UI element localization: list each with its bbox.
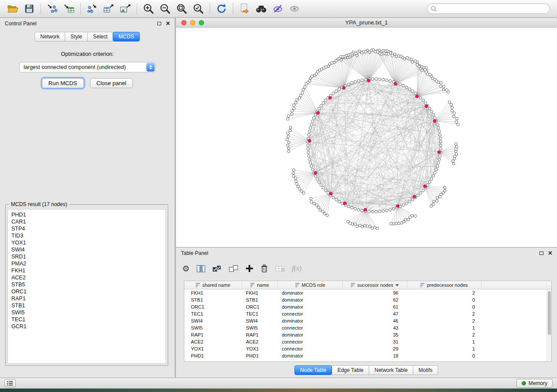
zoom-in-button[interactable] <box>140 2 157 16</box>
cell-mcds-role: connector <box>278 311 343 316</box>
mcds-result-item[interactable]: STB5 <box>8 281 166 288</box>
table-row[interactable]: YOX1 YOX1 connector 29 1 <box>184 345 551 352</box>
mcds-result-item[interactable]: RAP1 <box>8 295 166 302</box>
table-row[interactable]: TEC1 TEC1 connector 47 2 <box>184 310 551 317</box>
cell-name: SWI4 <box>242 318 278 323</box>
control-panel-tab[interactable]: Select <box>87 32 113 41</box>
criterion-dropdown[interactable]: largest connected component (undirected) <box>19 62 156 72</box>
cell-successor-nodes: 35 <box>343 332 407 337</box>
show-hide-button[interactable] <box>286 2 303 16</box>
cell-predecessor-nodes: 2 <box>407 318 481 323</box>
table-row[interactable]: FKH1 FKH1 dominator 96 2 <box>184 289 551 296</box>
deselect-all-button[interactable] <box>229 265 239 272</box>
mcds-result-item[interactable]: PMA2 <box>8 260 166 267</box>
import-table-button[interactable] <box>61 2 77 16</box>
mcds-result-item[interactable]: TID3 <box>8 232 166 239</box>
maximize-window-button[interactable] <box>199 20 204 25</box>
export-image-button[interactable] <box>117 2 134 16</box>
cell-predecessor-nodes: 0 <box>407 353 481 358</box>
table-row[interactable]: SWI4 SWI4 dominator 46 2 <box>184 317 551 324</box>
table-row[interactable]: PHD1 PHD1 dominator 18 0 <box>184 352 551 359</box>
mcds-result-item[interactable]: ACE2 <box>8 274 166 281</box>
table-row[interactable]: STB1 STB1 dominator 62 0 <box>184 296 551 303</box>
search-field[interactable] <box>427 3 550 14</box>
float-window-button[interactable] <box>157 22 161 25</box>
deselect-all-icon <box>229 265 239 272</box>
table-settings-button[interactable]: ⚙ <box>182 265 190 273</box>
memory-button[interactable]: Memory <box>516 379 553 388</box>
table-panel-tab[interactable]: Network Table <box>369 365 413 375</box>
network-canvas[interactable] <box>176 28 557 247</box>
column-header-label: shared name <box>202 282 230 288</box>
close-window-button[interactable] <box>181 20 187 25</box>
mcds-result-item[interactable]: SRD1 <box>8 253 166 260</box>
column-header[interactable]: successor nodes <box>343 281 407 289</box>
table-panel-tab[interactable]: Node Table <box>294 365 332 375</box>
mcds-result-item[interactable]: SWI5 <box>8 309 166 316</box>
cell-name: YOX1 <box>242 346 278 351</box>
scrollbar-thumb[interactable] <box>548 291 551 335</box>
mcds-result-item[interactable]: PHD1 <box>8 211 166 218</box>
table-scrollbar[interactable] <box>547 289 551 361</box>
export-table-button[interactable] <box>100 2 117 16</box>
table-panel: Table Panel × ⚙ <box>176 247 557 378</box>
search-input[interactable] <box>439 5 546 12</box>
column-header[interactable]: MCDS role <box>278 281 343 289</box>
zoom-out-button[interactable] <box>157 2 173 16</box>
float-table-panel-button[interactable] <box>540 251 543 255</box>
mcds-result-item[interactable]: STB1 <box>8 302 166 309</box>
close-panel-button[interactable]: × <box>166 21 170 26</box>
table-row[interactable]: ACE2 ACE2 connector 31 1 <box>184 338 551 345</box>
table-row[interactable]: ORC1 ORC1 dominator 61 0 <box>184 303 551 310</box>
save-session-button[interactable] <box>21 2 38 16</box>
network-graph[interactable] <box>176 28 557 247</box>
show-column-button[interactable] <box>197 265 205 272</box>
table-panel-tab[interactable]: Edge Table <box>332 365 369 375</box>
refresh-button[interactable] <box>213 2 230 16</box>
mcds-result-item[interactable]: YOX1 <box>8 239 166 246</box>
table-row[interactable]: RAP1 RAP1 dominator 35 2 <box>184 331 551 338</box>
minimize-window-button[interactable] <box>190 20 195 25</box>
run-mcds-button[interactable]: Run MCDS <box>42 78 84 88</box>
cell-successor-nodes: 31 <box>343 339 407 344</box>
dropdown-stepper-icon[interactable] <box>146 63 155 72</box>
column-header[interactable]: shared name <box>184 281 242 289</box>
close-table-panel-button[interactable]: × <box>548 251 552 256</box>
close-panel-action-button[interactable]: Close panel <box>90 78 133 88</box>
column-header[interactable]: name <box>242 281 278 289</box>
mcds-result-item[interactable]: GCR1 <box>8 323 166 330</box>
delete-button[interactable] <box>260 264 268 273</box>
control-panel-tab[interactable]: Style <box>65 32 88 41</box>
export-network-button[interactable] <box>84 2 100 16</box>
import-network-button[interactable] <box>44 2 61 16</box>
select-all-button[interactable] <box>212 265 222 272</box>
open-file-button[interactable] <box>4 2 21 16</box>
application-window: Control Panel × Network Style Select MCD… <box>0 0 557 389</box>
mcds-result-item[interactable]: CAR1 <box>8 218 166 225</box>
mcds-result-item[interactable]: TEC1 <box>8 316 166 323</box>
cell-successor-nodes: 47 <box>343 311 407 316</box>
table-row[interactable]: SWI5 SWI5 connector 43 1 <box>184 324 551 331</box>
table-panel-tab[interactable]: Motifs <box>413 365 438 375</box>
find-button[interactable] <box>253 2 270 16</box>
delete-column-button-disabled[interactable] <box>275 265 285 272</box>
mcds-result-item[interactable]: STP4 <box>8 225 166 232</box>
criterion-value: largest connected component (undirected) <box>24 64 126 70</box>
network-window-titlebar[interactable]: YPA_prune.txt_1 <box>176 18 557 28</box>
control-panel-tab[interactable]: Network <box>35 32 65 41</box>
cell-successor-nodes: 62 <box>343 297 407 303</box>
mcds-result-item[interactable]: FKH1 <box>8 267 166 274</box>
add-row-button[interactable] <box>246 265 253 272</box>
zoom-selected-button[interactable] <box>190 2 207 16</box>
mcds-result-item[interactable]: ORC1 <box>8 288 166 295</box>
column-header[interactable]: predecessor nodes <box>407 281 481 289</box>
control-panel-tab[interactable]: MCDS <box>113 32 139 41</box>
optimization-criterion-label: Optimization criterion: <box>0 51 175 57</box>
toolbar-separator <box>210 3 210 14</box>
zoom-fit-button[interactable] <box>173 2 190 16</box>
function-builder-button[interactable]: f(x) <box>292 265 301 272</box>
export-document-button[interactable] <box>236 2 253 16</box>
graphics-details-button[interactable] <box>270 2 286 16</box>
panel-chooser-button[interactable] <box>4 379 16 387</box>
mcds-result-item[interactable]: SWI4 <box>8 246 166 253</box>
